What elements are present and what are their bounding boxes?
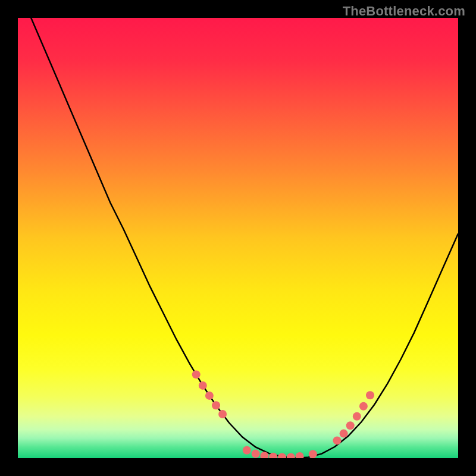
data-point — [353, 412, 361, 421]
data-point — [309, 450, 317, 458]
chart-frame: TheBottleneck.com — [0, 0, 476, 476]
data-point — [243, 446, 251, 455]
gradient-background — [18, 18, 458, 458]
data-point — [359, 402, 368, 411]
watermark-text: TheBottleneck.com — [343, 4, 465, 19]
data-point — [205, 392, 214, 400]
chart-svg — [18, 18, 458, 458]
data-point — [340, 430, 348, 438]
data-point — [252, 450, 260, 458]
data-point — [218, 410, 227, 418]
data-point — [212, 401, 220, 409]
data-point — [199, 381, 207, 390]
data-point — [192, 370, 201, 378]
data-point — [366, 391, 374, 399]
plot-area — [18, 18, 458, 458]
data-point — [333, 436, 342, 444]
data-point — [346, 421, 355, 430]
